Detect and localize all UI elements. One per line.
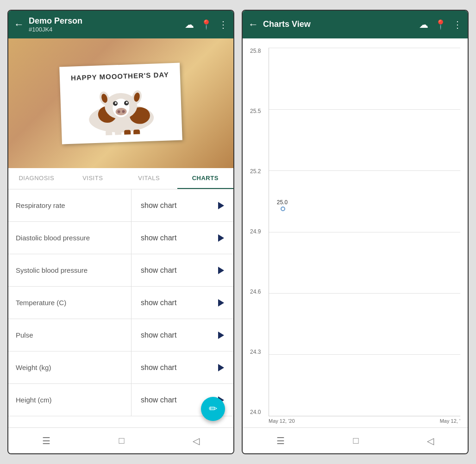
chart-container: 24.0 24.3 24.6 24.9 25.2 25.5 25.8 [243,38,468,427]
fab-edit-icon: ✏ [209,403,217,415]
vital-action-temperature[interactable]: show chart [132,299,233,307]
cow-card-text: HAPPY MOOOTHER'S DAY [69,70,171,82]
tab-charts[interactable]: CHARTS [177,168,234,189]
vital-action-text-respiratory: show chart [141,201,214,210]
right-header-title: Charts View [263,19,419,30]
data-point-label: 25.0 [277,199,288,206]
vital-row-height: Height (cm) show chart [8,384,233,416]
vital-row-diastolic: Diastolic blood pressure show chart [8,222,233,254]
data-point-group: 25.0 [281,199,288,211]
y-label-6: 25.8 [250,48,269,54]
profile-image-area: HAPPY MOOOTHER'S DAY [8,38,233,168]
svg-rect-18 [124,130,131,136]
tab-diagnosis[interactable]: DIAGNOSIS [8,168,65,189]
left-nav-back-icon[interactable]: ◁ [193,435,200,446]
y-label-2: 24.6 [250,288,269,295]
grid-line-0 [269,48,460,48]
left-header-subtitle: #100JK4 [29,26,185,33]
right-nav-home-icon[interactable]: □ [353,435,358,446]
vital-action-diastolic[interactable]: show chart [132,234,233,242]
x-label-left: May 12, '20 [269,418,295,424]
play-icon-respiratory [218,202,224,209]
vital-row-respiratory: Respiratory rate show chart [8,189,233,222]
left-bottom-nav: ☰ □ ◁ [8,427,233,453]
grid-line-4 [269,293,460,294]
vital-row-temperature: Temperature (C) show chart [8,287,233,319]
tab-visits[interactable]: VISITS [65,168,121,189]
grid-line-3 [269,232,460,232]
vital-row-systolic: Systolic blood pressure show chart [8,254,233,287]
x-axis: May 12, '20 May 12, ' [250,416,460,427]
left-header-title: Demo Person [29,16,185,26]
play-icon-weight [218,364,224,371]
left-phone-frame: ← Demo Person #100JK4 ☁ 📍 ⋮ HAPPY MOOOTH… [7,10,234,454]
fab-button[interactable]: ✏ [201,397,225,421]
y-axis: 24.0 24.3 24.6 24.9 25.2 25.5 25.8 [250,48,269,416]
vital-action-pulse[interactable]: show chart [132,331,233,339]
right-header: ← Charts View ☁ 📍 ⋮ [243,11,468,38]
vital-action-text-systolic: show chart [141,266,214,275]
svg-rect-19 [133,129,140,136]
left-location-icon[interactable]: 📍 [200,19,212,30]
y-label-5: 25.5 [250,108,269,114]
chart-plot-area: 25.0 [269,48,460,416]
vital-name-more: · · · · · · · · · [8,421,233,427]
right-nav-back-icon[interactable]: ◁ [427,435,434,446]
grid-line-5 [269,354,460,355]
data-point-circle [281,207,285,211]
vital-row-pulse: Pulse show chart [8,319,233,351]
play-icon-pulse [218,332,224,339]
right-cloud-icon[interactable]: ☁ [419,19,428,30]
vital-action-text-weight: show chart [141,364,214,372]
left-header-icons: ☁ 📍 ⋮ [185,19,228,30]
play-icon-temperature [218,299,224,307]
left-header: ← Demo Person #100JK4 ☁ 📍 ⋮ [8,11,233,38]
vital-name-pulse: Pulse [8,325,131,345]
y-label-1: 24.3 [250,349,269,355]
svg-rect-16 [106,130,113,136]
vital-name-temperature: Temperature (C) [8,293,131,313]
vital-action-text-temperature: show chart [141,299,214,307]
vital-name-diastolic: Diastolic blood pressure [8,228,131,248]
left-nav-home-icon[interactable]: □ [119,435,124,446]
left-cloud-icon[interactable]: ☁ [185,19,194,30]
right-location-icon[interactable]: 📍 [435,19,446,30]
vital-action-respiratory[interactable]: show chart [132,201,233,210]
play-icon-diastolic [218,234,224,242]
right-nav-menu-icon[interactable]: ☰ [276,435,285,446]
left-nav-menu-icon[interactable]: ☰ [42,435,50,446]
x-label-right: May 12, ' [440,418,460,424]
cow-illustration [69,82,173,137]
right-menu-icon[interactable]: ⋮ [453,19,462,30]
vital-action-weight[interactable]: show chart [132,364,233,372]
chart-inner: 24.0 24.3 24.6 24.9 25.2 25.5 25.8 [250,48,460,416]
left-header-title-group: Demo Person #100JK4 [29,16,185,33]
cow-card: HAPPY MOOOTHER'S DAY [59,63,182,144]
vital-row-weight: Weight (kg) show chart [8,351,233,384]
vital-name-weight: Weight (kg) [8,357,131,378]
vital-action-text-diastolic: show chart [141,234,214,242]
svg-rect-17 [115,130,122,136]
right-header-icons: ☁ 📍 ⋮ [419,19,462,30]
play-icon-systolic [218,267,224,274]
grid-line-1 [269,109,460,110]
y-label-0: 24.0 [250,409,269,415]
right-back-button[interactable]: ← [248,19,258,31]
right-phone-frame: ← Charts View ☁ 📍 ⋮ 24.0 24.3 24.6 24.9 … [242,10,469,454]
vital-name-height: Height (cm) [8,390,131,410]
grid-line-2 [269,170,460,171]
tabs-bar: DIAGNOSIS VISITS VITALS CHARTS [8,168,233,189]
y-label-4: 25.2 [250,168,269,175]
y-label-3: 24.9 [250,228,269,235]
vital-action-systolic[interactable]: show chart [132,266,233,275]
left-back-button[interactable]: ← [14,19,24,31]
vital-row-more: · · · · · · · · · [8,416,233,427]
vitals-list: Respiratory rate show chart Diastolic bl… [8,189,233,427]
vital-action-text-pulse: show chart [141,331,214,339]
left-menu-icon[interactable]: ⋮ [219,19,228,30]
right-header-title-group: Charts View [263,19,419,30]
vital-name-systolic: Systolic blood pressure [8,260,131,281]
tab-vitals[interactable]: VITALS [121,168,177,189]
right-bottom-nav: ☰ □ ◁ [243,427,468,453]
vital-name-respiratory: Respiratory rate [8,195,131,216]
